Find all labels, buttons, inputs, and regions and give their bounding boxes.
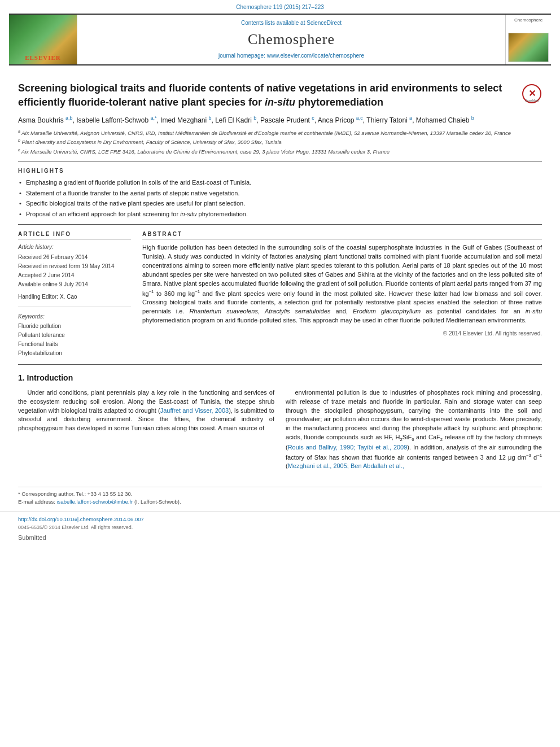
journal-logo-left: ELSEVIER [9,15,77,64]
journal-right-label: Chemosphere [514,17,542,23]
bottom-bar: http://dx.doi.org/10.1016/j.chemosphere.… [0,512,560,545]
highlight-item-1: Emphasing a gradient of fluoride polluti… [18,178,542,187]
keyword-3: Functional traits [18,340,131,348]
sciencedirect-link: Contents lists available at ScienceDirec… [241,19,342,27]
section-title: 1. Introduction [18,373,542,384]
journal-homepage: journal homepage: www.elsevier.com/locat… [218,52,364,60]
article-title-section: Screening biological traits and fluoride… [18,81,542,109]
keyword-4: Phytostabilization [18,350,131,357]
bottom-links: http://dx.doi.org/10.1016/j.chemosphere.… [18,516,542,523]
introduction-section: 1. Introduction Under arid conditions, p… [18,373,542,474]
intro-col1: Under arid conditions, plant perennials … [18,388,274,475]
handling-editor: Handling Editor: X. Cao [18,293,131,301]
citation-link-1[interactable]: Jauffret and Visser, 2003 [160,407,229,414]
article-info-col: ARTICLE INFO Article history: Received 2… [18,230,131,359]
abstract-title: ABSTRACT [142,230,542,240]
accepted-date: Accepted 2 June 2014 [18,272,131,279]
highlight-item-4: Proposal of an efficient approach for pl… [18,210,542,219]
abstract-text: High fluoride pollution has been detecte… [142,243,542,325]
article-info-abstract-section: ARTICLE INFO Article history: Received 2… [18,230,542,359]
affiliation-c: c Aix Marseille Université, CNRS, LCE FR… [18,147,542,156]
abstract-col: ABSTRACT High fluoride pollution has bee… [142,230,542,359]
received-revised-date: Received in revised form 19 May 2014 [18,263,131,270]
doi-bar: Chemosphere 119 (2015) 217–223 [0,0,560,14]
keyword-2: Pollutant tolerance [18,331,131,339]
article-history-label: Article history: [18,243,131,251]
available-date: Available online 9 July 2014 [18,281,131,289]
homepage-url: www.elsevier.com/locate/chemosphere [267,53,364,59]
citation-link-2[interactable]: Rouis and Ballivy, 1990; Tayibi et al., … [288,444,408,451]
citation-link-3[interactable]: Mezghani et al., 2005; Ben Abdallah et a… [288,462,404,469]
corresponding-footnote: * Corresponding author. Tel.: +33 4 13 5… [18,491,542,497]
journal-header: ELSEVIER Contents lists available at Sci… [9,14,551,65]
copyright-line: © 2014 Elsevier Ltd. All rights reserved… [142,330,542,338]
highlights-section: HIGHLIGHTS Emphasing a gradient of fluor… [18,167,542,219]
highlights-title: HIGHLIGHTS [18,167,542,175]
keywords-label: Keywords: [18,313,131,321]
journal-header-right: Chemosphere [506,15,551,64]
journal-volume: Chemosphere 119 (2015) 217–223 [236,4,324,10]
article-title: Screening biological traits and fluoride… [18,81,515,109]
email-link[interactable]: isabelle.laffont-schwob@imbe.fr [57,499,133,505]
svg-text:✕: ✕ [528,89,536,98]
footnotes-section: * Corresponding author. Tel.: +33 4 13 5… [0,480,560,506]
intro-body: Under arid conditions, plant perennials … [18,388,542,475]
highlight-item-3: Specific biological traits of the native… [18,199,542,208]
sciencedirect-label: ScienceDirect [307,20,342,26]
highlights-list: Emphasing a gradient of fluoride polluti… [18,178,542,219]
highlight-item-2: Statement of a fluoride transfer to the … [18,189,542,198]
email-footnote: E-mail address: isabelle.laffont-schwob@… [18,499,542,505]
intro-col2: environmental pollution is due to indust… [286,388,542,475]
svg-text:CrossMark: CrossMark [525,99,539,102]
crossmark-icon: ✕ CrossMark [522,84,542,104]
elsevier-logo: ELSEVIER [25,54,61,62]
affiliation-a: a Aix Marseille Université, Avignon Univ… [18,129,542,137]
affiliation-b: b Plant diversity and Ecosystems in Dry … [18,138,542,146]
article-info-title: ARTICLE INFO [18,230,131,240]
journal-cover-thumbnail [508,33,549,62]
journal-name: Chemosphere [248,29,335,50]
keyword-1: Fluoride pollution [18,322,131,330]
received-date: Received 26 February 2014 [18,254,131,261]
bottom-copyright: 0045-6535/© 2014 Elsevier Ltd. All right… [18,524,542,531]
journal-header-center: Contents lists available at ScienceDirec… [77,15,506,64]
authors-line: Asma Boukhris a,b, Isabelle Laffont-Schw… [18,115,542,125]
submitted-label: Submitted [18,534,542,542]
doi-link[interactable]: http://dx.doi.org/10.1016/j.chemosphere.… [18,516,144,523]
